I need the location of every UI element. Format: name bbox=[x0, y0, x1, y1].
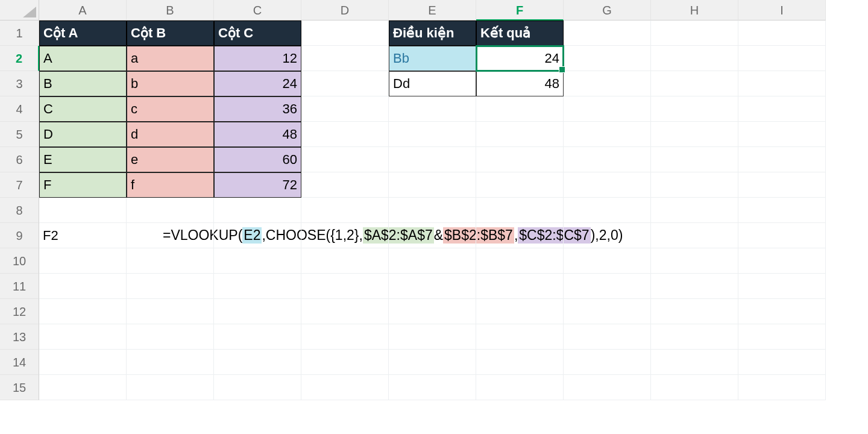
cell-F3[interactable]: 48 bbox=[476, 71, 564, 96]
row-14[interactable]: 14 bbox=[0, 350, 39, 375]
cell-C14[interactable] bbox=[214, 350, 301, 375]
cell-D7[interactable] bbox=[301, 172, 389, 198]
cell-A13[interactable] bbox=[39, 324, 127, 350]
cell-C7[interactable]: 72 bbox=[214, 172, 301, 198]
cell-I2[interactable] bbox=[738, 46, 826, 71]
select-all-corner[interactable] bbox=[0, 0, 39, 20]
cell-C9[interactable] bbox=[214, 223, 301, 248]
cell-D14[interactable] bbox=[301, 350, 389, 375]
row-12[interactable]: 12 bbox=[0, 299, 39, 324]
cell-G7[interactable] bbox=[564, 172, 651, 198]
col-B[interactable]: B bbox=[127, 0, 214, 20]
cell-E1[interactable]: Điều kiện bbox=[389, 20, 476, 46]
cell-H13[interactable] bbox=[651, 324, 738, 350]
cell-A14[interactable] bbox=[39, 350, 127, 375]
cell-I12[interactable] bbox=[738, 299, 826, 324]
cell-G15[interactable] bbox=[564, 375, 651, 400]
cell-F12[interactable] bbox=[476, 299, 564, 324]
cell-B8[interactable] bbox=[127, 198, 214, 223]
cell-C10[interactable] bbox=[214, 248, 301, 274]
cell-F4[interactable] bbox=[476, 96, 564, 122]
cell-G12[interactable] bbox=[564, 299, 651, 324]
cell-D8[interactable] bbox=[301, 198, 389, 223]
cell-B11[interactable] bbox=[127, 274, 214, 299]
cell-G1[interactable] bbox=[564, 20, 651, 46]
cell-F6[interactable] bbox=[476, 147, 564, 172]
cell-H14[interactable] bbox=[651, 350, 738, 375]
cell-C8[interactable] bbox=[214, 198, 301, 223]
cell-A4[interactable]: C bbox=[39, 96, 127, 122]
row-4[interactable]: 4 bbox=[0, 96, 39, 122]
cell-H1[interactable] bbox=[651, 20, 738, 46]
row-6[interactable]: 6 bbox=[0, 147, 39, 172]
cell-B7[interactable]: f bbox=[127, 172, 214, 198]
cell-A2[interactable]: A bbox=[39, 46, 127, 71]
cell-G8[interactable] bbox=[564, 198, 651, 223]
cell-A1[interactable]: Cột A bbox=[39, 20, 127, 46]
cell-G3[interactable] bbox=[564, 71, 651, 96]
cell-B14[interactable] bbox=[127, 350, 214, 375]
cell-B1[interactable]: Cột B bbox=[127, 20, 214, 46]
cell-G5[interactable] bbox=[564, 122, 651, 147]
cell-F9[interactable] bbox=[476, 223, 564, 248]
cell-F14[interactable] bbox=[476, 350, 564, 375]
row-3[interactable]: 3 bbox=[0, 71, 39, 96]
cell-H5[interactable] bbox=[651, 122, 738, 147]
cell-D1[interactable] bbox=[301, 20, 389, 46]
cell-H6[interactable] bbox=[651, 147, 738, 172]
cell-D2[interactable] bbox=[301, 46, 389, 71]
cell-H12[interactable] bbox=[651, 299, 738, 324]
cell-C11[interactable] bbox=[214, 274, 301, 299]
cell-A12[interactable] bbox=[39, 299, 127, 324]
cell-E6[interactable] bbox=[389, 147, 476, 172]
cell-E12[interactable] bbox=[389, 299, 476, 324]
cell-H10[interactable] bbox=[651, 248, 738, 274]
cell-B10[interactable] bbox=[127, 248, 214, 274]
cell-F15[interactable] bbox=[476, 375, 564, 400]
cell-H8[interactable] bbox=[651, 198, 738, 223]
cell-F5[interactable] bbox=[476, 122, 564, 147]
cell-D12[interactable] bbox=[301, 299, 389, 324]
cell-I11[interactable] bbox=[738, 274, 826, 299]
cell-H2[interactable] bbox=[651, 46, 738, 71]
col-H[interactable]: H bbox=[651, 0, 738, 20]
cell-D4[interactable] bbox=[301, 96, 389, 122]
cell-G6[interactable] bbox=[564, 147, 651, 172]
row-7[interactable]: 7 bbox=[0, 172, 39, 198]
cell-B15[interactable] bbox=[127, 375, 214, 400]
cell-H15[interactable] bbox=[651, 375, 738, 400]
cell-E3[interactable]: Dd bbox=[389, 71, 476, 96]
col-F[interactable]: F bbox=[476, 0, 564, 20]
cell-D15[interactable] bbox=[301, 375, 389, 400]
cell-C5[interactable]: 48 bbox=[214, 122, 301, 147]
cell-A6[interactable]: E bbox=[39, 147, 127, 172]
cell-G9[interactable] bbox=[564, 223, 651, 248]
cell-B4[interactable]: c bbox=[127, 96, 214, 122]
col-E[interactable]: E bbox=[389, 0, 476, 20]
cell-B12[interactable] bbox=[127, 299, 214, 324]
cell-E13[interactable] bbox=[389, 324, 476, 350]
row-5[interactable]: 5 bbox=[0, 122, 39, 147]
cell-C15[interactable] bbox=[214, 375, 301, 400]
cell-A7[interactable]: F bbox=[39, 172, 127, 198]
col-C[interactable]: C bbox=[214, 0, 301, 20]
cell-G10[interactable] bbox=[564, 248, 651, 274]
cell-D3[interactable] bbox=[301, 71, 389, 96]
cell-D10[interactable] bbox=[301, 248, 389, 274]
cell-I8[interactable] bbox=[738, 198, 826, 223]
cell-E7[interactable] bbox=[389, 172, 476, 198]
cell-A5[interactable]: D bbox=[39, 122, 127, 147]
cell-B13[interactable] bbox=[127, 324, 214, 350]
cell-D5[interactable] bbox=[301, 122, 389, 147]
col-G[interactable]: G bbox=[564, 0, 651, 20]
cell-A8[interactable] bbox=[39, 198, 127, 223]
cell-I9[interactable] bbox=[738, 223, 826, 248]
cell-H7[interactable] bbox=[651, 172, 738, 198]
cell-D13[interactable] bbox=[301, 324, 389, 350]
cell-I5[interactable] bbox=[738, 122, 826, 147]
row-10[interactable]: 10 bbox=[0, 248, 39, 274]
cell-E15[interactable] bbox=[389, 375, 476, 400]
col-D[interactable]: D bbox=[301, 0, 389, 20]
cell-G14[interactable] bbox=[564, 350, 651, 375]
cell-F8[interactable] bbox=[476, 198, 564, 223]
